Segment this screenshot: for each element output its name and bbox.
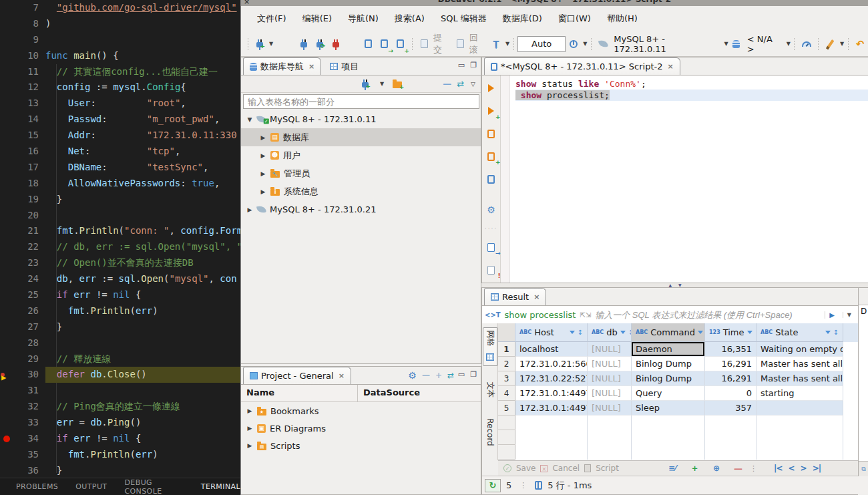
grid-cell[interactable]: 172.31.0.22:52790 [515, 371, 588, 386]
tab-project-general[interactable]: Project - General × [243, 367, 351, 384]
grid-cell[interactable]: 16,291 [705, 371, 756, 386]
sql-line[interactable]: show status like 'Conn%'; [515, 78, 868, 90]
execute-script-new-button[interactable]: + [484, 149, 499, 164]
new-connection-dropdown-icon[interactable]: ▼ [269, 41, 273, 47]
transaction-mode-button[interactable]: T̟ [489, 36, 503, 52]
grid-cell[interactable]: Binlog Dump [632, 371, 705, 386]
code-line-22[interactable]: 22 // db, err := sql.Open("mysql", "r [0, 239, 240, 255]
result-grid[interactable]: ABCHost↕ABCdb↕ABCCommand↕123Time↕ABCStat… [498, 323, 858, 460]
dashboard-button[interactable] [799, 36, 814, 52]
result-filter-input[interactable] [595, 310, 821, 320]
script-button[interactable]: Script [596, 464, 619, 473]
grid-cell[interactable]: Master has sent all b [756, 371, 843, 386]
grid-cell[interactable]: [NULL] [588, 357, 632, 371]
grid-cell[interactable]: Query [632, 386, 705, 401]
code-line-13[interactable]: 13 User: "root", [0, 96, 240, 112]
grid-cell[interactable]: 172.31.0.1:44970 [515, 386, 588, 401]
column-datasource[interactable]: DataSource [358, 385, 425, 401]
grid-cell[interactable]: Daemon [632, 342, 705, 357]
result-view-tab-Record[interactable]: Record [483, 413, 497, 452]
code-line-18[interactable]: 18 AllowNativePasswords: true, [0, 176, 240, 192]
column-header-state[interactable]: ABCState↕ [756, 323, 843, 342]
tree-item[interactable]: ▶☻用户 [241, 146, 481, 164]
tree-item[interactable]: ▶🔧管理员 [241, 164, 481, 182]
grid-row-4[interactable]: 4172.31.0.1:44970[NULL]Query0starting [498, 386, 858, 401]
connect-button[interactable] [296, 36, 311, 52]
sort-icon[interactable]: ↕ [578, 323, 583, 342]
panel-tab-terminal[interactable]: TERMINAL [201, 482, 240, 491]
grid-cell[interactable]: Master has sent all b [756, 357, 843, 371]
undo-navigate-button[interactable]: ↶ [853, 36, 867, 52]
add-row-icon[interactable]: ＋ [690, 462, 699, 474]
code-line-23[interactable]: 23 // Open()並不會真的去連接DB [0, 255, 240, 271]
save-check-icon[interactable]: ✓ [503, 464, 511, 472]
log-button[interactable]: ! [484, 263, 499, 277]
expander-icon[interactable]: ▶ [260, 152, 266, 159]
menu-item[interactable]: SQL 编辑器 [433, 10, 495, 27]
new-sql-editor-button[interactable]: + [393, 36, 407, 52]
tab-result[interactable]: Result × [484, 288, 546, 305]
code-line-33[interactable]: 33 err = db.Ping() [0, 415, 240, 431]
code-line-20[interactable]: 20 [0, 208, 240, 224]
edit-row-icon[interactable]: ≡⁄ [668, 464, 676, 473]
format-button[interactable] [823, 36, 838, 52]
expand-icon[interactable]: + [435, 371, 442, 380]
prev-row-icon[interactable]: < [789, 464, 795, 473]
minimize-icon[interactable]: ▭ [458, 370, 465, 379]
script-doc-icon[interactable] [584, 464, 591, 472]
table-filter-input[interactable] [243, 94, 479, 109]
maximize-icon[interactable]: ❐ [470, 61, 477, 69]
cancel-button[interactable]: Cancel [552, 464, 580, 473]
close-icon[interactable]: × [668, 62, 674, 71]
last-row-icon[interactable]: >| [813, 464, 821, 473]
sql-settings-button[interactable]: ⚙ [484, 202, 499, 217]
fetch-size-icon[interactable] [535, 481, 542, 490]
filter-dropdown-icon[interactable]: ▼ [843, 312, 855, 318]
format-dropdown-icon[interactable]: ▼ [840, 41, 844, 47]
nav-new-connection-button[interactable]: + [358, 76, 373, 92]
delete-row-icon[interactable]: — [734, 464, 742, 474]
tab-database-navigator[interactable]: 数据库导航 × [243, 57, 321, 75]
grid-cell[interactable]: Waiting on empty que [756, 342, 843, 357]
window-titlebar[interactable]: × DBeaver 6.2.1 - <MySQL 8+ - 172.31.0.1… [241, 0, 868, 6]
code-line-21[interactable]: 21 fmt.Println("conn: ", config.Form [0, 223, 240, 239]
menu-item[interactable]: 编辑(E) [294, 10, 340, 27]
new-folder-button[interactable]: + [390, 76, 405, 92]
panel-tab-problems[interactable]: PROBLEMS [16, 482, 58, 491]
collapse-all-icon[interactable]: — [443, 79, 451, 89]
expander-icon[interactable]: ▶ [246, 206, 253, 213]
code-line-12[interactable]: 12 config := mysql.Config{ [0, 79, 240, 96]
expander-icon[interactable]: ▶ [246, 425, 253, 432]
commit-mode-select[interactable]: Auto [517, 36, 566, 52]
link-icon[interactable]: ⇄ [447, 371, 454, 380]
gear-icon[interactable]: ⚙ [408, 370, 417, 381]
tree-item[interactable]: ▶▤数据库 [241, 128, 481, 146]
grid-cell[interactable]: 172.31.0.1:44972 [515, 401, 588, 416]
new-connection-button[interactable]: + [252, 36, 267, 52]
grid-cell[interactable]: [NULL] [588, 386, 632, 401]
first-row-icon[interactable]: |< [774, 464, 782, 473]
grid-cell[interactable]: localhost [515, 342, 588, 357]
code-line-8[interactable]: 8) [0, 16, 240, 32]
code-line-28[interactable]: 28 [0, 335, 240, 351]
expander-icon[interactable]: ▶ [246, 442, 253, 449]
code-line-34[interactable]: 34 if err != nil { [0, 431, 240, 447]
expander-icon[interactable]: ▶ [260, 170, 266, 177]
grid-cell[interactable]: 0 [705, 386, 756, 401]
tab-projects[interactable]: 项目 [323, 57, 365, 75]
code-line-27[interactable]: 27 } [0, 319, 240, 335]
expander-icon[interactable]: ▶ [260, 134, 266, 141]
disconnect-button[interactable] [329, 36, 343, 52]
execute-script-button[interactable] [484, 126, 499, 141]
row-number[interactable]: 1 [498, 342, 515, 357]
project-item[interactable]: ▶★Bookmarks [241, 402, 481, 420]
code-line-30[interactable]: ▶30 defer db.Close() [0, 367, 240, 383]
expander-icon[interactable]: ▶ [246, 407, 253, 414]
grid-cell[interactable]: [NULL] [588, 401, 632, 416]
grid-cell[interactable]: Binlog Dump [632, 357, 705, 371]
apply-filter-icon[interactable]: ▶ [825, 311, 839, 319]
duplicate-row-icon[interactable]: ⊕ [713, 464, 720, 473]
column-header-host[interactable]: ABCHost↕ [515, 323, 588, 342]
code-line-16[interactable]: 16 Net: "tcp", [0, 144, 240, 160]
result-view-tab-网格[interactable]: 网格 [483, 327, 497, 366]
